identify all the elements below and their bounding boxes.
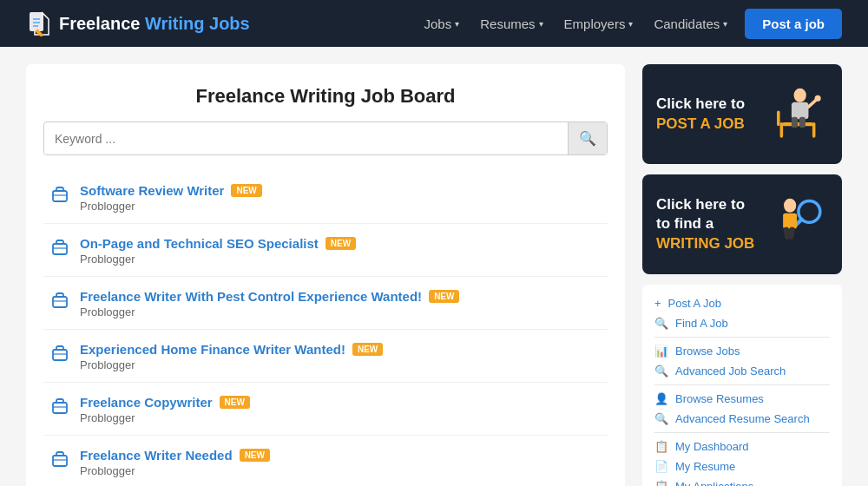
quick-link-icon: 🔍 <box>654 364 668 378</box>
quick-links: +Post A Job🔍Find A Job📊Browse Jobs🔍Advan… <box>642 285 842 486</box>
svg-rect-36 <box>788 227 796 240</box>
quick-link-divider <box>654 337 830 338</box>
svg-rect-27 <box>792 116 798 127</box>
quick-link-icon: 📄 <box>654 460 668 473</box>
svg-rect-15 <box>53 456 67 466</box>
quick-link-label: My Dashboard <box>675 440 749 453</box>
new-badge: NEW <box>352 343 383 356</box>
quick-link-item[interactable]: 📄My Resume <box>654 456 830 476</box>
nav-employers[interactable]: Employers ▾ <box>564 16 634 31</box>
svg-rect-24 <box>777 110 780 126</box>
job-company: Problogger <box>80 411 601 424</box>
job-company: Problogger <box>80 464 601 477</box>
nav-candidates[interactable]: Candidates ▾ <box>654 16 727 31</box>
quick-link-icon: 📋 <box>654 440 668 453</box>
logo-area: Freelance Writing Jobs <box>26 10 250 36</box>
job-title-link[interactable]: Software Review Writer <box>80 183 224 198</box>
job-title-row: Software Review Writer NEW <box>80 183 601 198</box>
job-briefcase-icon <box>50 397 69 420</box>
promo-post-job[interactable]: Click here toPOST A JOB <box>642 64 842 164</box>
quick-link-icon: + <box>654 297 661 310</box>
promo-post-text: Click here toPOST A JOB <box>656 95 767 133</box>
svg-rect-9 <box>53 297 67 307</box>
svg-rect-23 <box>812 122 816 137</box>
svg-rect-7 <box>53 244 67 254</box>
job-briefcase-icon <box>50 185 69 208</box>
quick-link-item[interactable]: 🔍Advanced Job Search <box>654 361 830 381</box>
job-list: Software Review Writer NEW Problogger On… <box>43 173 608 486</box>
quick-link-label: Post A Job <box>668 297 721 310</box>
job-title-link[interactable]: Freelance Writer With Pest Control Exper… <box>80 289 422 304</box>
job-briefcase-icon <box>50 344 69 367</box>
job-title-row: On-Page and Technical SEO Specialist NEW <box>80 236 601 251</box>
job-info: Experienced Home Finance Writer Wanted! … <box>80 342 601 371</box>
job-company: Problogger <box>80 200 601 213</box>
svg-rect-11 <box>53 350 67 360</box>
job-title-row: Freelance Writer Needed NEW <box>80 448 601 463</box>
quick-link-divider <box>654 384 830 385</box>
main-container: Freelance Writing Job Board 🔍 Software R… <box>0 47 868 486</box>
nav-jobs[interactable]: Jobs ▾ <box>424 16 460 31</box>
quick-link-divider <box>654 432 830 433</box>
job-title-link[interactable]: Freelance Writer Needed <box>80 448 233 463</box>
quick-link-label: Browse Resumes <box>675 392 764 405</box>
svg-point-25 <box>794 88 806 102</box>
quick-link-label: Advanced Job Search <box>675 364 786 378</box>
quick-link-icon: 👤 <box>654 392 668 405</box>
nav-resumes[interactable]: Resumes ▾ <box>480 16 542 31</box>
job-title-link[interactable]: On-Page and Technical SEO Specialist <box>80 236 319 251</box>
job-list-item: Freelance Writer With Pest Control Exper… <box>43 279 608 330</box>
new-badge: NEW <box>429 290 459 303</box>
new-badge: NEW <box>231 184 261 197</box>
svg-point-30 <box>815 95 821 101</box>
quick-link-label: Find A Job <box>675 317 728 330</box>
quick-link-icon: 📊 <box>654 345 668 358</box>
quick-link-icon: 🔍 <box>654 317 668 330</box>
svg-point-33 <box>784 198 796 212</box>
quick-link-item[interactable]: 📋My Applications <box>654 476 830 486</box>
search-input[interactable] <box>44 124 568 154</box>
job-title-row: Experienced Home Finance Writer Wanted! … <box>80 342 601 357</box>
sidebar: Click here toPOST A JOB <box>642 64 842 486</box>
job-list-item: Experienced Home Finance Writer Wanted! … <box>43 332 608 383</box>
content-area: Freelance Writing Job Board 🔍 Software R… <box>26 64 625 486</box>
promo-find-illustration <box>767 190 828 259</box>
job-info: Freelance Copywriter NEW Problogger <box>80 395 601 424</box>
job-title-link[interactable]: Experienced Home Finance Writer Wanted! <box>80 342 345 357</box>
search-button[interactable]: 🔍 <box>568 122 607 154</box>
search-bar: 🔍 <box>43 122 608 155</box>
job-title-link[interactable]: Freelance Copywriter <box>80 395 213 410</box>
new-badge: NEW <box>326 237 356 250</box>
post-job-header-button[interactable]: Post a job <box>745 9 842 39</box>
quick-link-item[interactable]: 🔍Find A Job <box>654 313 830 333</box>
quick-link-item[interactable]: 📊Browse Jobs <box>654 341 830 361</box>
quick-link-item[interactable]: 🔍Advanced Resume Search <box>654 409 830 429</box>
job-info: On-Page and Technical SEO Specialist NEW… <box>80 236 601 266</box>
quick-link-label: Browse Jobs <box>675 345 740 358</box>
promo-post-illustration <box>767 80 828 149</box>
job-list-item: Freelance Copywriter NEW Problogger <box>43 384 608 436</box>
job-company: Problogger <box>80 305 601 319</box>
quick-link-item[interactable]: 👤Browse Resumes <box>654 389 830 409</box>
promo-find-text: Click here toto find aWRITING JOB <box>656 195 767 253</box>
svg-rect-5 <box>53 191 67 201</box>
new-badge: NEW <box>220 396 250 409</box>
quick-link-label: Advanced Resume Search <box>675 412 810 425</box>
page-title: Freelance Writing Job Board <box>43 85 608 108</box>
header: Freelance Writing Jobs Jobs ▾ Resumes ▾ … <box>0 0 868 47</box>
job-company: Problogger <box>80 253 601 266</box>
quick-link-icon: 📋 <box>654 480 668 486</box>
svg-rect-13 <box>53 403 67 413</box>
quick-link-label: My Applications <box>675 480 753 486</box>
job-company: Problogger <box>80 358 601 371</box>
job-info: Freelance Writer Needed NEW Problogger <box>80 448 601 477</box>
promo-find-job[interactable]: Click here toto find aWRITING JOB <box>642 174 842 274</box>
job-title-row: Freelance Writer With Pest Control Exper… <box>80 289 601 304</box>
quick-link-item[interactable]: 📋My Dashboard <box>654 437 830 456</box>
job-briefcase-icon <box>50 450 69 473</box>
main-nav: Jobs ▾ Resumes ▾ Employers ▾ Candidates … <box>424 16 728 31</box>
logo-text: Freelance Writing Jobs <box>59 14 250 34</box>
job-briefcase-icon <box>50 238 69 261</box>
quick-link-icon: 🔍 <box>654 412 668 425</box>
quick-link-item[interactable]: +Post A Job <box>654 293 830 313</box>
